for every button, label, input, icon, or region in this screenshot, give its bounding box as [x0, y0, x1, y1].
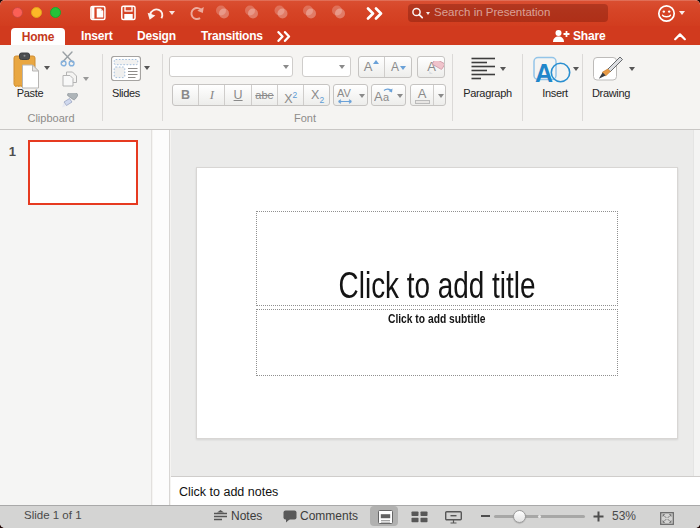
svg-text:A: A [535, 59, 553, 84]
svg-text:A: A [374, 89, 383, 104]
svg-text:AV: AV [337, 87, 352, 99]
svg-text:a: a [383, 91, 390, 103]
